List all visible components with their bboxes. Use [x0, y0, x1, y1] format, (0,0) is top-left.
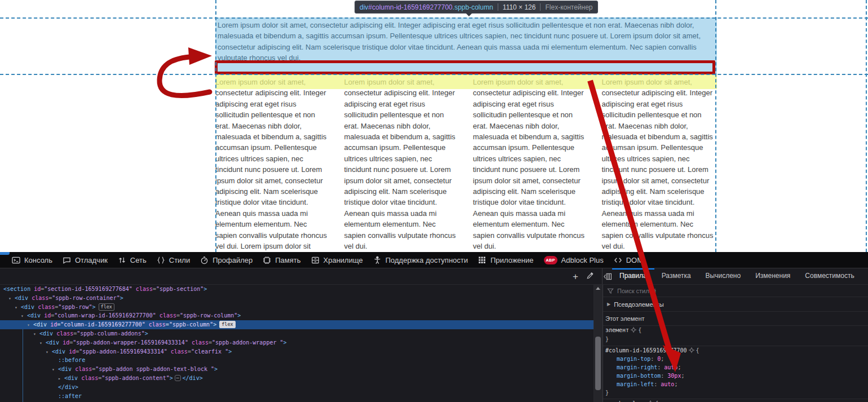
scrollbar-up-arrow-icon[interactable]: [596, 287, 600, 290]
tab-label: Приложение: [490, 256, 533, 264]
profiler-icon: [200, 256, 209, 264]
devtools-subbar: + ПравилаРазметкаВычисленоИзмененияСовме…: [0, 268, 868, 285]
markup-line[interactable]: </div>: [0, 383, 594, 392]
styles-icon: [157, 256, 165, 264]
toolbar-accent-strip: [0, 252, 10, 255]
intro-paragraph: Lorem ipsum dolor sit amet, consectetur …: [218, 20, 715, 64]
tooltip-pointer: [466, 13, 472, 16]
this-element-header: Этот элемент: [603, 312, 868, 326]
highlighter-tooltip: div#column-id-1659169277700.sppb-column …: [355, 1, 598, 14]
sidebar-tab-rules[interactable]: Правила: [612, 268, 654, 284]
text-column: Lorem ipsum dolor sit amet, consectetur …: [473, 77, 587, 252]
devtools-tab-adblock[interactable]: ABPAdblock Plus: [539, 252, 609, 268]
tab-label: Adblock Plus: [561, 256, 604, 264]
abp-icon: ABP: [544, 256, 557, 264]
text-column: Lorem ipsum dolor sit amet, consectetur …: [602, 77, 716, 252]
devtools-tab-storage[interactable]: Хранилище: [306, 252, 368, 268]
sidebar-tab-changes[interactable]: Изменения: [748, 268, 798, 284]
text-column: Lorem ipsum dolor sit amet, consectetur …: [344, 77, 459, 252]
memory-icon: [263, 256, 271, 264]
application-icon: [478, 256, 486, 264]
rules-view: Поиск стилей ▶ Псевдоэлементы Этот элеме…: [603, 285, 868, 402]
dom-icon: [614, 256, 622, 264]
flex-badge: flex: [219, 321, 235, 328]
flex-guide-horizontal-bottom: [0, 74, 868, 75]
flex-highlight-margin-overlay: [215, 74, 717, 89]
tooltip-class: .sppb-column: [453, 3, 493, 11]
tab-label: Сеть: [130, 256, 147, 264]
devtools-body: <section id="section-id-1659169277684" c…: [0, 285, 868, 402]
devtools-toolbar: КонсольОтладчикСетьСтилиПрофайлерПамятьХ…: [0, 252, 868, 268]
sidebar-tab-computed[interactable]: Вычислено: [698, 268, 749, 284]
pseudo-elements-label: Псевдоэлементы: [614, 301, 663, 308]
sidebar-toggle-icon[interactable]: [603, 268, 612, 284]
css-declaration[interactable]: margin-top: 0;: [605, 355, 868, 364]
css-declaration[interactable]: margin-right: auto;: [605, 364, 868, 372]
inline-element-rule[interactable]: элемент{}: [603, 326, 868, 346]
add-node-button[interactable]: +: [573, 272, 578, 281]
tab-label: Профайлер: [212, 256, 253, 264]
devtools-tab-styles[interactable]: Стили: [152, 252, 195, 268]
devtools-tab-network[interactable]: Сеть: [113, 252, 152, 268]
highlight-target-icon[interactable]: [631, 327, 636, 335]
markup-toolbar: +: [0, 268, 602, 284]
markup-line[interactable]: ▾<div class="sppb-column-addons">: [0, 329, 594, 338]
markup-line[interactable]: ::before: [0, 356, 594, 365]
tooltip-separator: [540, 3, 541, 11]
tooltip-tag: div: [360, 3, 368, 11]
accessibility-icon: [373, 256, 382, 264]
tab-label: Хранилище: [324, 256, 363, 264]
devtools-tab-profiler[interactable]: Профайлер: [195, 252, 258, 268]
css-rule[interactable]: .sppb-column{: [603, 399, 868, 402]
markup-line-selected[interactable]: ▾<div id="column-id-1659169277700" class…: [0, 320, 594, 329]
markup-indent-guide: [23, 329, 23, 402]
flex-guide-horizontal-top: [0, 17, 868, 19]
sidebar-tab-compatibility[interactable]: Совместимость: [798, 268, 861, 284]
network-icon: [118, 256, 126, 264]
tab-label: Поддержка доступности: [386, 256, 468, 264]
markup-line[interactable]: ▾<div id="column-wrap-id-1659169277700" …: [0, 311, 594, 320]
devtools-tab-debugger[interactable]: Отладчик: [57, 252, 113, 268]
markup-line[interactable]: ▾<div class="sppb-row-container">: [0, 294, 594, 303]
collapsed-content-icon[interactable]: ⋯: [175, 375, 181, 381]
debugger-icon: [63, 256, 71, 264]
markup-line[interactable]: <section id="section-id-1659169277684" c…: [0, 285, 594, 294]
css-declaration[interactable]: margin-bottom: 30px;: [605, 372, 868, 381]
console-icon: [12, 256, 20, 264]
tab-label: Консоль: [24, 256, 52, 264]
pseudo-elements-section[interactable]: ▶ Псевдоэлементы: [603, 297, 868, 312]
markup-scrollbar[interactable]: [594, 285, 603, 402]
devtools-panel: КонсольОтладчикСетьСтилиПрофайлерПамятьХ…: [0, 252, 868, 402]
devtools-tab-console[interactable]: Консоль: [7, 252, 57, 268]
highlight-target-icon[interactable]: [689, 347, 694, 356]
markup-line[interactable]: ▾<div class="sppb-addon sppb-addon-text-…: [0, 365, 594, 374]
eyedropper-icon[interactable]: [586, 272, 594, 281]
devtools-tab-accessibility[interactable]: Поддержка доступности: [368, 252, 473, 268]
sidebar-tab-layout[interactable]: Разметка: [654, 268, 698, 284]
tooltip-dimensions: 1110 × 126: [503, 3, 536, 11]
markup-line[interactable]: ▸<div class="sppb-addon-content">⋯</div>: [0, 374, 594, 383]
sidebar-tab-fonts[interactable]: Шрифты: [862, 268, 868, 284]
scrollbar-thumb[interactable]: [595, 337, 601, 390]
sidebar-tabs: ПравилаРазметкаВычисленоИзмененияСовмест…: [602, 268, 868, 284]
browser-viewport: Lorem ipsum dolor sit amet, consectetur …: [0, 0, 868, 252]
markup-line[interactable]: ▾<div class="sppb-row">flex: [0, 303, 594, 312]
css-rule[interactable]: #column-id-1659169277700{margin-top: 0;m…: [603, 346, 868, 400]
css-declaration[interactable]: margin-left: auto;: [605, 381, 868, 389]
tooltip-separator: [498, 3, 498, 11]
markup-line[interactable]: ::after: [0, 392, 594, 401]
devtools-tab-dom[interactable]: DOM: [609, 252, 648, 268]
markup-view: <section id="section-id-1659169277684" c…: [0, 285, 594, 402]
flex-badge: flex: [99, 303, 114, 311]
filter-funnel-icon: [607, 288, 614, 294]
markup-line[interactable]: ▾<div id="sppb-addon-wrapper-16591694333…: [0, 338, 594, 347]
markup-line[interactable]: ▾<div id="sppb-addon-1659169433314" clas…: [0, 347, 594, 356]
devtools-tab-memory[interactable]: Память: [258, 252, 305, 268]
storage-icon: [311, 256, 320, 264]
filter-placeholder: Поиск стилей: [617, 288, 656, 294]
annotation-red-rectangle: [215, 60, 715, 74]
style-filter-input[interactable]: Поиск стилей: [603, 285, 868, 297]
tab-label: Стили: [169, 256, 190, 264]
devtools-tab-application[interactable]: Приложение: [473, 252, 538, 268]
flex-guide-vertical-right: [715, 0, 716, 252]
